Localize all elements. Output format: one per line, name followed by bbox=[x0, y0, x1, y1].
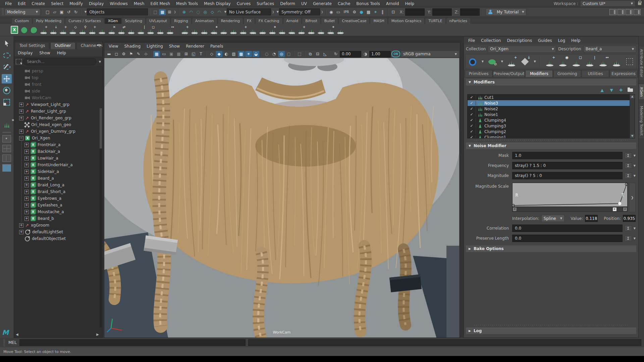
noise-section-header[interactable]: ▼ Noise Modifier bbox=[466, 142, 636, 149]
expand-icon[interactable]: + bbox=[24, 190, 29, 194]
expand-icon[interactable]: + bbox=[19, 129, 23, 134]
grid-icon[interactable] bbox=[153, 51, 160, 57]
shelf-tab-nparticles[interactable]: nParticles bbox=[446, 18, 471, 24]
camera-pen-icon[interactable] bbox=[135, 51, 142, 57]
outliner-item-ori_render_geo_grp[interactable]: +Ori_Render_geo_grp bbox=[14, 115, 102, 121]
outliner-item-workcam[interactable]: WorkCam bbox=[14, 95, 102, 101]
expand-icon[interactable]: + bbox=[19, 223, 23, 228]
update-preview-icon[interactable] bbox=[468, 56, 478, 66]
snap-curve-icon[interactable] bbox=[188, 9, 195, 15]
shadows-icon[interactable] bbox=[253, 51, 259, 57]
select-by-name-icon[interactable] bbox=[16, 59, 22, 64]
xgen-menu-help[interactable]: Help bbox=[568, 38, 583, 43]
expand-icon[interactable]: + bbox=[24, 149, 29, 154]
menu-uv[interactable]: UV bbox=[298, 1, 310, 6]
pause-viewport-icon[interactable] bbox=[379, 9, 386, 15]
splitter-handle[interactable] bbox=[474, 324, 628, 326]
menu-surfaces[interactable]: Surfaces bbox=[254, 1, 277, 6]
shelf-tab-turtle[interactable]: TURTLE bbox=[425, 18, 445, 24]
outliner-item-braid_long_a[interactable]: +Braid_Long_a bbox=[14, 182, 102, 188]
modifier-checkbox[interactable]: ✓ bbox=[468, 129, 476, 134]
value-field[interactable]: 0.118 bbox=[585, 215, 598, 222]
menu-deform[interactable]: Deform bbox=[277, 1, 298, 6]
contrast-icon[interactable] bbox=[362, 51, 369, 57]
camera-attributes-icon[interactable] bbox=[120, 51, 127, 57]
snap-plane-icon[interactable] bbox=[209, 9, 216, 15]
search-input[interactable] bbox=[23, 58, 96, 65]
xgen-shelf-tool-icon[interactable]: ✶ bbox=[326, 25, 335, 34]
chevron-down-icon[interactable]: ▼ bbox=[634, 174, 636, 177]
shelf-tab-rendering[interactable]: Rendering bbox=[218, 18, 243, 24]
chevron-down-icon[interactable]: ▼ bbox=[482, 60, 484, 63]
chevron-down-icon[interactable]: ▼ bbox=[224, 10, 226, 13]
outliner-scrollbar[interactable] bbox=[100, 108, 102, 327]
xgen-shelf-tool-icon[interactable]: + bbox=[88, 25, 97, 34]
move-tool-button[interactable] bbox=[2, 74, 12, 83]
modifier-checkbox[interactable]: ✓ bbox=[468, 135, 476, 138]
modifier-item-noise2[interactable]: ✓Noise2 bbox=[468, 106, 635, 112]
expand-icon[interactable]: + bbox=[24, 163, 29, 167]
outliner-item-side[interactable]: side bbox=[14, 88, 102, 95]
chevron-down-icon[interactable]: ▼ bbox=[634, 237, 636, 240]
shelf-tab-fx-caching[interactable]: FX Caching bbox=[255, 18, 283, 24]
splitter-handle[interactable] bbox=[474, 139, 628, 141]
mirror-guides-icon[interactable]: | bbox=[585, 56, 595, 66]
xgen-shelf-tool-icon[interactable]: ✶ bbox=[268, 25, 277, 34]
guide-width-icon[interactable]: ↔ bbox=[598, 56, 608, 66]
chevron-down-icon[interactable]: ▼ bbox=[634, 227, 636, 230]
expression-editor-icon[interactable]: Σ bbox=[625, 153, 632, 159]
expand-icon[interactable]: + bbox=[24, 156, 29, 161]
shelf-tab-curves-surfaces[interactable]: Curves / Surfaces bbox=[65, 18, 104, 24]
xgen-shelf-tool-icon[interactable] bbox=[219, 25, 228, 34]
modifier-checkbox[interactable]: ✓ bbox=[468, 124, 476, 128]
modifier-item-clumping1[interactable]: ✓Clumping1 bbox=[468, 134, 635, 138]
toolbar-grip[interactable] bbox=[2, 8, 4, 15]
toolbar-grip[interactable] bbox=[3, 339, 5, 346]
viewport-menu-view[interactable]: View bbox=[106, 44, 121, 49]
xgen-shelf-tool-icon[interactable]: + bbox=[39, 25, 48, 34]
paint-effects-icon[interactable] bbox=[372, 9, 379, 15]
xgen-shelf-tool-icon[interactable] bbox=[258, 25, 267, 34]
outliner-menu-help[interactable]: Help bbox=[54, 51, 69, 55]
menu-edit-mesh[interactable]: Edit Mesh bbox=[147, 1, 173, 6]
arnold-renderview-icon[interactable] bbox=[358, 9, 365, 15]
create-description-icon[interactable]: + bbox=[506, 56, 517, 66]
expression-editor-icon[interactable]: Σ bbox=[625, 173, 632, 179]
selection-mask-field[interactable]: Objects bbox=[87, 8, 148, 15]
xgen-shelf-tool-icon[interactable]: ✕ bbox=[107, 25, 116, 34]
lock-guides-icon[interactable]: ◻ bbox=[571, 56, 581, 66]
menu-mesh-tools[interactable]: Mesh Tools bbox=[173, 1, 201, 6]
menu-curves[interactable]: Curves bbox=[234, 1, 254, 6]
modifier-item-clumping3[interactable]: ✓Clumping3 bbox=[468, 123, 635, 129]
expand-icon[interactable]: + bbox=[19, 103, 23, 107]
render-current-frame-icon[interactable] bbox=[335, 9, 342, 15]
outliner-item-braid_short_a[interactable]: +Braid_Short_a bbox=[14, 188, 102, 195]
y-input[interactable] bbox=[432, 8, 452, 16]
select-region-icon[interactable] bbox=[625, 56, 635, 66]
ramp-curve[interactable]: R T bbox=[512, 183, 628, 207]
menu-generate[interactable]: Generate bbox=[310, 1, 335, 6]
pan-zoom-icon[interactable] bbox=[143, 51, 149, 57]
menu-display[interactable]: Display bbox=[86, 1, 107, 6]
menu-cache[interactable]: Cache bbox=[335, 1, 353, 6]
rotate-tool-button[interactable] bbox=[2, 86, 12, 95]
camera-icon[interactable] bbox=[106, 51, 112, 57]
modifier-checkbox[interactable]: ✓ bbox=[468, 112, 476, 117]
xgen-shelf-tool-icon[interactable] bbox=[307, 25, 316, 34]
menu-edit[interactable]: Edit bbox=[15, 1, 29, 6]
viewport-menu-show[interactable]: Show bbox=[166, 44, 183, 49]
resolution-gate-icon[interactable] bbox=[168, 51, 175, 57]
outliner-item-lowhair_a[interactable]: +LowHair_a bbox=[14, 155, 102, 162]
open-scene-icon[interactable] bbox=[51, 9, 58, 15]
use-default-material-icon[interactable] bbox=[238, 51, 245, 57]
expand-icon[interactable]: + bbox=[24, 203, 29, 207]
shelf-tab-xgen[interactable]: XGen bbox=[105, 18, 121, 24]
new-scene-icon[interactable] bbox=[44, 9, 51, 15]
chevron-down-icon[interactable]: ▼ bbox=[277, 10, 279, 13]
expression-editor-icon[interactable]: Σ bbox=[625, 235, 632, 241]
toggle-workspace-icon[interactable] bbox=[634, 9, 641, 15]
expand-icon[interactable]: + bbox=[24, 143, 29, 147]
add-modifier-icon[interactable]: ✚ bbox=[618, 87, 624, 93]
viewport-menu-renderer[interactable]: Renderer bbox=[183, 44, 207, 49]
coordinate-mode-icon[interactable] bbox=[390, 9, 397, 15]
